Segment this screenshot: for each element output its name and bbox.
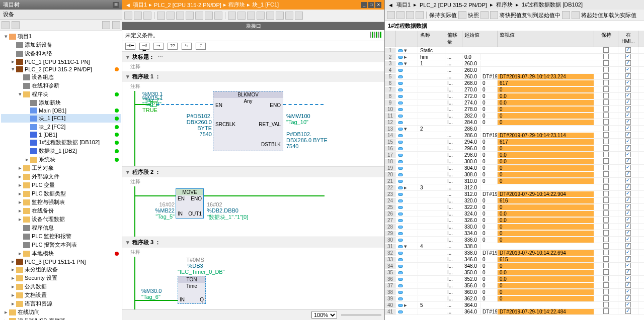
- block-title-row[interactable]: ▾ 块标题： ⋯: [122, 52, 384, 62]
- project-tree[interactable]: ▾项目1添加新设备设备和网络▸PLC_1 [CPU 1511C-1 PN]▾PL…: [0, 31, 122, 320]
- table-row[interactable]: 10 I... 278.0 0 0: [385, 106, 644, 113]
- tree-expander-icon[interactable]: ▸: [10, 292, 16, 298]
- table-row[interactable]: 13 ▾ 2 286.0: [385, 126, 644, 132]
- keep-checkbox[interactable]: [603, 289, 609, 294]
- table-row[interactable]: 24 I... 320.0 0 616: [385, 197, 644, 204]
- bc-home-icon[interactable]: ◄: [388, 2, 393, 8]
- hmi-checkbox[interactable]: [625, 302, 631, 307]
- hmi-checkbox[interactable]: [625, 250, 631, 255]
- table-row[interactable]: 16 I... 296.0 0 0: [385, 145, 644, 152]
- col-hmi[interactable]: 在 HMI...: [618, 31, 638, 47]
- col-offset[interactable]: 偏移量: [445, 31, 462, 47]
- bc-item[interactable]: 项目1: [396, 1, 411, 9]
- blkmov-block[interactable]: BLKMOV Any EN ENO SRCBLK RET_VAL DSTBLK: [213, 91, 283, 151]
- keep-checkbox[interactable]: [603, 191, 609, 196]
- hmi-checkbox[interactable]: [625, 230, 631, 236]
- tree-expander-icon[interactable]: ▸: [17, 216, 23, 223]
- table-row[interactable]: 21 I... 310.0 0 0: [385, 178, 644, 184]
- table-row[interactable]: 2 ▸ hmi ... 0.0: [385, 54, 644, 60]
- col-start[interactable]: 起始值: [462, 31, 498, 47]
- keep-checkbox[interactable]: [603, 152, 609, 157]
- tb-btn[interactable]: [285, 12, 293, 20]
- table-row[interactable]: 12 I... 284.0 0 0: [385, 119, 644, 126]
- keep-checkbox[interactable]: [603, 250, 609, 255]
- keep-checkbox[interactable]: [603, 139, 609, 144]
- tree-item[interactable]: 设备和网络: [1, 49, 121, 58]
- branch-icon[interactable]: ⤷: [182, 43, 192, 50]
- tree-item[interactable]: 设备组态: [1, 73, 121, 81]
- table-row[interactable]: 28 I... 330.0 0 0: [385, 224, 644, 230]
- bc-item[interactable]: 项目1: [133, 1, 147, 9]
- table-row[interactable]: 14 ... 286.0 DT#1990-01-01-0 DT#2019-07-…: [385, 132, 644, 139]
- table-row[interactable]: 6 I... 268.0 0 617: [385, 80, 644, 86]
- network-comment[interactable]: 注释: [122, 177, 384, 186]
- hmi-checkbox[interactable]: [625, 210, 631, 216]
- chevron-down-icon[interactable]: ▾: [126, 73, 129, 80]
- tree-item[interactable]: 在线和诊断: [1, 81, 121, 90]
- tree-item[interactable]: 程序信息: [1, 224, 121, 232]
- keep-checkbox[interactable]: [603, 145, 609, 151]
- tree-item[interactable]: ▸在线访问: [1, 308, 121, 316]
- tree-item[interactable]: ▸公共数据: [1, 282, 121, 291]
- tree-item[interactable]: 添加新块: [1, 98, 121, 107]
- tree-item[interactable]: PLC 监控和报警: [1, 232, 121, 241]
- keep-checkbox[interactable]: [603, 113, 609, 118]
- tree-expander-icon[interactable]: ▾: [3, 33, 9, 40]
- hmi-checkbox[interactable]: [625, 152, 631, 157]
- keep-checkbox[interactable]: [603, 165, 609, 170]
- panel-menu-icon[interactable]: ☰: [113, 2, 119, 8]
- tb-btn[interactable]: [490, 11, 498, 19]
- hmi-checkbox[interactable]: [625, 197, 631, 203]
- tree-expander-icon[interactable]: ▸: [17, 165, 23, 171]
- hmi-checkbox[interactable]: [625, 263, 631, 268]
- keep-checkbox[interactable]: [603, 295, 609, 301]
- chevron-down-icon[interactable]: ▾: [126, 239, 129, 246]
- maximize-icon[interactable]: □: [368, 2, 374, 8]
- ton-block[interactable]: TON Time IN Q: [178, 276, 206, 304]
- keep-checkbox[interactable]: [603, 93, 609, 98]
- keep-checkbox[interactable]: [603, 302, 609, 307]
- tree-expander-icon[interactable]: ▸: [17, 173, 23, 180]
- keep-checkbox[interactable]: [603, 204, 609, 209]
- tree-expander-icon[interactable]: ▸: [3, 317, 9, 320]
- tree-expander-icon[interactable]: ▸: [10, 58, 16, 65]
- tree-item[interactable]: ▸监控与强制表: [1, 198, 121, 206]
- keep-checkbox[interactable]: [603, 308, 609, 314]
- tree-item[interactable]: 块_1 [FC1]: [1, 114, 121, 123]
- tree-item[interactable]: Main [OB1]: [1, 107, 121, 114]
- tb-btn[interactable]: [572, 11, 580, 19]
- chevron-down-icon[interactable]: ▾: [126, 169, 129, 175]
- tb-btn[interactable]: [124, 12, 132, 20]
- hmi-checkbox[interactable]: [625, 224, 631, 229]
- table-row[interactable]: 39 I... 362.0 0 0: [385, 295, 644, 302]
- tree-item[interactable]: ▸读卡器/USB 存储器: [1, 316, 121, 320]
- hmi-checkbox[interactable]: [625, 308, 631, 314]
- table-row[interactable]: 29 I... 334.0 0 0: [385, 230, 644, 237]
- hmi-checkbox[interactable]: [625, 171, 631, 177]
- tree-expander-icon[interactable]: ▸: [10, 300, 16, 307]
- keep-checkbox[interactable]: [603, 276, 609, 281]
- hmi-checkbox[interactable]: [625, 86, 631, 92]
- tree-item[interactable]: ▸工艺对象: [1, 164, 121, 172]
- hmi-checkbox[interactable]: [625, 73, 631, 79]
- network-title[interactable]: ▾ 程序段 2 ：: [122, 167, 384, 177]
- keep-checkbox[interactable]: [603, 269, 609, 275]
- hmi-checkbox[interactable]: [625, 269, 631, 275]
- keep-checkbox[interactable]: [603, 256, 609, 262]
- hmi-checkbox[interactable]: [625, 145, 631, 151]
- tb-btn[interactable]: [276, 12, 284, 20]
- hmi-checkbox[interactable]: [625, 289, 631, 294]
- tb-btn[interactable]: [416, 11, 424, 19]
- table-row[interactable]: 34 I... 348.0 0 0: [385, 263, 644, 269]
- tb-btn[interactable]: [176, 12, 184, 20]
- tree-expander-icon[interactable]: ▸: [10, 275, 16, 281]
- bc-item[interactable]: 程序块: [496, 1, 513, 9]
- close-icon[interactable]: ✕: [375, 2, 381, 8]
- tb-btn[interactable]: [458, 11, 466, 19]
- tb-btn[interactable]: [214, 12, 222, 20]
- table-row[interactable]: 9 I... 274.0 0 0.0: [385, 99, 644, 106]
- keep-checkbox[interactable]: [603, 217, 609, 223]
- hmi-checkbox[interactable]: [625, 126, 631, 131]
- network-body[interactable]: T#0MS%DB3"IEC_Timer_0_DB" TON Time IN Q …: [122, 257, 384, 309]
- keep-checkbox[interactable]: [603, 73, 609, 79]
